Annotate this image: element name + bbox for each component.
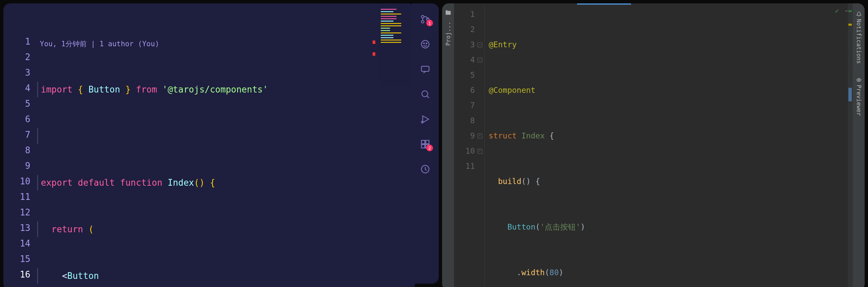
minimap-content [378, 3, 415, 48]
right-code-area[interactable]: @Entry @Component struct Index { build()… [485, 3, 852, 287]
svg-point-5 [426, 43, 427, 44]
line-number: 7 [3, 127, 37, 142]
source-control-icon[interactable]: 1 [419, 14, 431, 25]
right-editor-pane: Proj... 1 2 3− 4− 5 6 7 8 9┘ 10┘ 11 @Ent… [442, 3, 865, 287]
line-number: 11 [3, 189, 37, 205]
line-number: 7 [454, 98, 484, 113]
line-number: 13 [3, 220, 37, 236]
right-gutter: 1 2 3− 4− 5 6 7 8 9┘ 10┘ 11 [454, 3, 485, 287]
code-line[interactable]: <Button [37, 268, 415, 284]
code-line[interactable]: return ( [37, 221, 415, 237]
line-number: 2 [3, 49, 37, 65]
right-editor-main: 1 2 3− 4− 5 6 7 8 9┘ 10┘ 11 @Entry @Comp… [454, 3, 852, 287]
extensions-icon[interactable]: 2 [419, 138, 431, 150]
fold-end[interactable]: ┘ [478, 134, 482, 138]
svg-rect-11 [426, 140, 429, 144]
search-icon[interactable] [419, 88, 431, 100]
line-number: 3− [454, 37, 484, 52]
code-line[interactable]: @Entry [485, 37, 852, 52]
bell-icon [856, 11, 862, 17]
code-line[interactable]: .width(80) [485, 265, 852, 280]
fold-toggle[interactable]: − [478, 58, 482, 62]
selection-marker[interactable] [848, 88, 852, 101]
fold-end[interactable]: ┘ [478, 149, 482, 154]
code-line[interactable]: struct Index { [485, 128, 852, 144]
line-number: 8 [454, 113, 484, 128]
notifications-tool-tab[interactable]: Notifications [854, 9, 864, 67]
code-line[interactable] [37, 128, 415, 144]
eye-icon [856, 77, 862, 83]
line-number: 11 [454, 159, 484, 174]
svg-rect-12 [422, 145, 425, 148]
warn-marker[interactable] [848, 24, 852, 26]
line-number: 16 [3, 267, 37, 282]
left-tool-window-bar: Proj... [442, 3, 454, 287]
line-number: 8 [3, 142, 37, 158]
workspace: 1 2 3 4 5 6 7 8 9 10 11 12 13 14 15 16 Y… [0, 0, 868, 287]
error-marker[interactable] [373, 52, 375, 56]
svg-rect-6 [422, 66, 429, 71]
line-number: 6 [454, 83, 484, 98]
timeline-icon[interactable] [419, 163, 431, 175]
line-number: 6 [3, 111, 37, 127]
left-code-area[interactable]: You, 1分钟前 | 1 author (You) import { Butt… [37, 3, 415, 287]
svg-point-1 [422, 21, 424, 23]
line-number: 5 [454, 68, 484, 83]
line-number: 5 [3, 96, 37, 111]
line-number: 4 [3, 80, 37, 96]
code-line[interactable]: build() { [485, 174, 852, 189]
inspection-widget[interactable]: ✓ ⋯ [835, 7, 849, 15]
svg-point-4 [424, 43, 425, 44]
info-marker[interactable] [848, 10, 852, 12]
check-ok-icon[interactable]: ✓ [835, 7, 839, 15]
copilot-icon[interactable] [419, 38, 431, 50]
svg-rect-10 [422, 140, 425, 144]
svg-point-15 [858, 79, 860, 81]
right-tool-window-bar: Notifications Previewer [852, 3, 865, 287]
debug-icon[interactable] [419, 113, 431, 125]
svg-marker-8 [423, 116, 429, 123]
svg-point-3 [422, 41, 429, 48]
line-number: 9 [3, 158, 37, 174]
line-number: 4− [454, 52, 484, 68]
git-changes-badge: 1 [426, 20, 433, 26]
svg-point-7 [422, 91, 428, 97]
vscode-action-bar: 1 2 [412, 3, 439, 284]
project-tool-tab[interactable]: Proj... [443, 19, 453, 49]
previewer-tool-tab[interactable]: Previewer [854, 75, 864, 119]
codelens-authors[interactable]: You, 1分钟前 | 1 author (You) [37, 37, 415, 51]
code-line[interactable]: export default function Index() { [37, 175, 415, 190]
project-folder-icon[interactable] [445, 9, 452, 16]
right-overview-ruler[interactable] [848, 3, 852, 287]
line-number: 3 [3, 65, 37, 80]
left-editor-pane: 1 2 3 4 5 6 7 8 9 10 11 12 13 14 15 16 Y… [3, 3, 415, 287]
minimap[interactable] [378, 3, 415, 287]
line-number: 12 [3, 205, 37, 220]
line-number: 10┘ [454, 144, 484, 159]
overview-ruler[interactable] [373, 3, 375, 287]
line-number: 10 [3, 174, 37, 189]
line-number: 2 [454, 22, 484, 37]
line-number: 15 [3, 251, 37, 267]
line-number: 9┘ [454, 128, 484, 144]
error-marker[interactable] [373, 41, 375, 44]
left-gutter: 1 2 3 4 5 6 7 8 9 10 11 12 13 14 15 16 [3, 3, 37, 287]
code-line[interactable]: import { Button } from '@tarojs/componen… [37, 82, 415, 97]
line-number: 1 [454, 7, 484, 22]
extensions-badge: 2 [426, 145, 433, 151]
line-number: 1 [3, 34, 37, 49]
line-number: 14 [3, 236, 37, 251]
chat-icon[interactable] [419, 63, 431, 75]
code-line[interactable]: @Component [485, 83, 852, 98]
svg-point-0 [422, 16, 424, 18]
code-line[interactable]: Button('点击按钮') [485, 219, 852, 235]
fold-toggle[interactable]: − [478, 43, 482, 47]
